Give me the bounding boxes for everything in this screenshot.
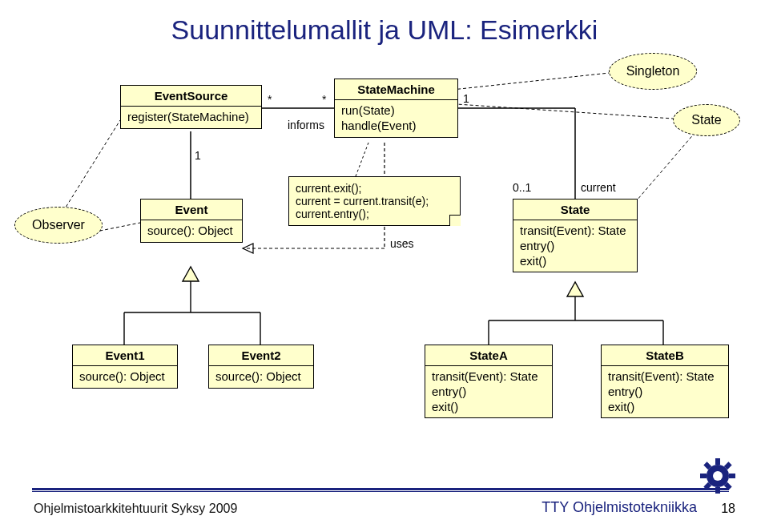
class-name: StateA [425,345,552,366]
footer-right: TTY Ohjelmistotekniikka [542,499,697,516]
op-line: exit() [608,400,722,415]
page-number: 18 [721,502,735,516]
class-state-a: StateA transit(Event): State entry() exi… [425,345,553,418]
footer-left: Ohjelmistoarkkitehtuurit Syksy 2009 [34,502,237,516]
mult-one: 1 [195,149,201,162]
op-line: run(State) [341,103,451,119]
role-current: current [581,181,616,194]
footer-divider [32,488,729,492]
mult-state: 0..1 [513,181,531,194]
note-fold-icon [449,215,461,226]
op-line: exit() [520,254,630,269]
class-ops: source(): Object [209,366,313,388]
svg-point-32 [713,471,723,481]
mult-star: * [322,93,326,106]
assoc-label-uses: uses [390,237,414,250]
class-ops: source(): Object [73,366,177,388]
class-name: StateMachine [335,79,457,100]
class-event2: Event2 source(): Object [208,345,314,389]
class-name: Event [141,200,242,220]
svg-rect-24 [715,458,720,465]
op-line: transit(Event): State [608,369,722,385]
svg-marker-8 [183,267,199,281]
page-title: Suunnittelumallit ja UML: Esimerkki [0,14,769,46]
class-ops: source(): Object [141,220,242,242]
gear-icon [700,458,735,494]
class-event-source: EventSource register(StateMachine) [120,85,262,129]
note-line: current = current.transit(e); [296,195,453,208]
class-state: State transit(Event): State entry() exit… [513,199,638,272]
class-ops: register(StateMachine) [121,107,261,128]
class-name: Event2 [209,345,313,366]
class-event1: Event1 source(): Object [72,345,178,389]
mult-one: 1 [463,92,469,105]
class-ops: run(State) handle(Event) [335,100,457,137]
svg-line-19 [60,120,120,216]
pattern-singleton: Singleton [609,53,697,90]
assoc-label-informs: informs [288,119,324,131]
class-name: Event1 [73,345,177,366]
op-line: exit() [432,400,546,415]
class-ops: transit(Event): State entry() exit() [513,220,637,272]
class-name: State [513,200,637,220]
op-line: transit(Event): State [432,369,546,385]
op-line: handle(Event) [341,119,451,134]
class-ops: transit(Event): State entry() exit() [425,366,552,417]
class-ops: transit(Event): State entry() exit() [602,366,728,417]
mult-star: * [268,93,272,106]
note-line: current.exit(); [296,182,453,195]
class-state-machine: StateMachine run(State) handle(Event) [334,79,458,138]
svg-rect-27 [729,474,735,478]
svg-rect-26 [700,474,707,478]
svg-rect-25 [715,487,720,494]
svg-marker-6 [243,244,253,253]
pattern-observer: Observer [14,207,103,244]
class-state-b: StateB transit(Event): State entry() exi… [601,345,729,418]
op-line: entry() [608,385,722,400]
op-line: entry() [432,385,546,400]
svg-line-20 [445,72,617,91]
op-line: transit(Event): State [520,224,630,239]
svg-marker-13 [567,282,583,296]
svg-line-21 [637,132,695,200]
class-event: Event source(): Object [140,199,243,243]
pattern-state: State [673,104,740,136]
svg-line-7 [356,143,368,176]
op-line: entry() [520,239,630,254]
note-line: current.entry(); [296,208,453,220]
class-name: EventSource [121,86,261,107]
class-name: StateB [602,345,728,366]
svg-line-22 [457,104,697,120]
note-handle-event: current.exit(); current = current.transi… [288,176,461,226]
